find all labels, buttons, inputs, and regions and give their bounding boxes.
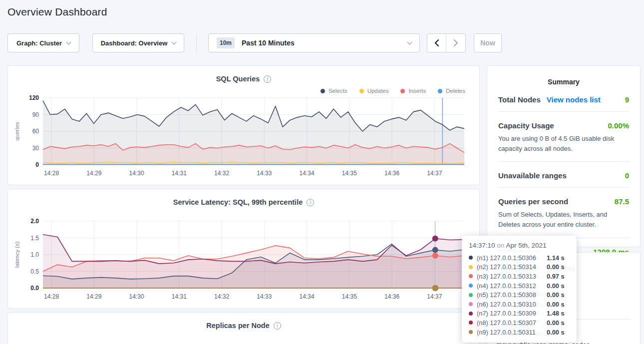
svg-text:latency (s): latency (s) <box>14 241 20 268</box>
unavailable-ranges-metric: Unavailable ranges 0 <box>498 162 629 188</box>
svg-text:1.0: 1.0 <box>30 251 39 258</box>
svg-text:14:30: 14:30 <box>129 293 144 300</box>
svg-text:14:28: 14:28 <box>44 293 59 300</box>
node-address: (n7) 127.0.0.1:50309 <box>477 310 536 317</box>
svg-text:14:32: 14:32 <box>214 293 229 300</box>
node-latency-value: 0.00 s <box>547 291 570 299</box>
tooltip-node-row: (n7) 127.0.0.1:503091.48 s <box>469 309 570 319</box>
chevron-down-icon <box>172 39 177 44</box>
node-latency-value: 0.00 s <box>547 282 570 290</box>
controls-divider <box>196 33 197 52</box>
unavailable-ranges-label: Unavailable ranges <box>498 171 567 180</box>
service-latency-card: Service Latency: SQL, 99th percentile i … <box>7 189 480 309</box>
svg-text:14:37: 14:37 <box>427 293 442 300</box>
svg-text:2.0: 2.0 <box>30 218 39 225</box>
time-range-badge: 10m <box>217 37 235 48</box>
chevron-down-icon <box>66 39 71 44</box>
svg-text:14:30: 14:30 <box>129 170 144 177</box>
node-address: (n8) 127.0.0.1:50307 <box>477 319 536 327</box>
svg-text:14:35: 14:35 <box>342 293 357 300</box>
summary-panel: Summary Total Nodes View nodes list 9 Ca… <box>487 65 641 247</box>
node-address: (n3) 127.0.0.1:50313 <box>477 273 536 280</box>
node-address: (n4) 127.0.0.1:50312 <box>477 282 536 290</box>
dashboard-dropdown[interactable]: Dashboard: Overview <box>92 33 184 52</box>
node-latency-value: 0.97 s <box>547 273 570 280</box>
graph-dropdown-label: Graph: Cluster <box>16 39 62 47</box>
tooltip-node-row: (n9) 127.0.0.1:503110.00 s <box>469 328 570 337</box>
svg-text:14:31: 14:31 <box>172 170 187 177</box>
svg-text:14:32: 14:32 <box>214 170 229 177</box>
queries-per-second-value: 87.5 <box>615 197 629 206</box>
now-button[interactable]: Now <box>474 33 502 52</box>
svg-text:14:33: 14:33 <box>257 170 272 177</box>
svg-text:14:31: 14:31 <box>172 293 187 300</box>
node-color-dot-icon <box>469 265 473 269</box>
total-nodes-label: Total Nodes <box>498 95 541 104</box>
chevron-left-icon <box>434 39 440 46</box>
svg-text:1.5: 1.5 <box>30 235 39 242</box>
node-color-dot-icon <box>469 302 473 306</box>
dashboard-controls: Graph: Cluster Dashboard: Overview 10m P… <box>7 33 502 52</box>
total-nodes-value: 9 <box>625 95 629 104</box>
svg-text:0.0: 0.0 <box>30 285 39 292</box>
chevron-right-icon <box>453 39 459 46</box>
chart-hover-tooltip: 14:37:10 on Apr 5th, 2021 (n1) 127.0.0.1… <box>462 236 577 343</box>
tooltip-node-row: (n4) 127.0.0.1:503120.00 s <box>469 281 570 291</box>
dashboard-dropdown-label: Dashboard: Overview <box>101 39 168 47</box>
capacity-usage-description: You are using 0 B of 4.5 GiB usable disk… <box>498 134 629 154</box>
now-button-label: Now <box>480 39 495 47</box>
svg-text:14:36: 14:36 <box>384 170 399 177</box>
time-range-label: Past 10 Minutes <box>242 39 295 47</box>
node-color-dot-icon <box>469 284 473 288</box>
tooltip-node-row: (n3) 127.0.0.1:503130.97 s <box>469 272 570 281</box>
info-icon[interactable]: i <box>274 322 281 330</box>
info-icon[interactable]: i <box>264 75 271 83</box>
svg-text:14:34: 14:34 <box>300 293 315 300</box>
queries-per-second-label: Queries per second <box>498 197 568 206</box>
time-step-buttons <box>427 33 466 52</box>
node-color-dot-icon <box>469 274 473 278</box>
chart-title-text: SQL Queries <box>216 75 260 83</box>
svg-text:0.5: 0.5 <box>30 268 39 275</box>
node-address: (n5) 127.0.0.1:50308 <box>477 291 536 299</box>
chart-title-text: Replicas per Node <box>206 322 270 330</box>
svg-text:14:36: 14:36 <box>384 293 399 300</box>
svg-text:14:37: 14:37 <box>427 170 442 177</box>
svg-text:14:28: 14:28 <box>44 170 59 177</box>
sql-queries-chart[interactable]: 14:2814:2914:3014:3114:3214:3314:3414:35… <box>12 93 476 179</box>
graph-dropdown[interactable]: Graph: Cluster <box>7 33 79 52</box>
service-latency-title: Service Latency: SQL, 99th percentile i <box>8 198 479 206</box>
svg-text:14:29: 14:29 <box>86 293 101 300</box>
svg-text:14:35: 14:35 <box>342 170 357 177</box>
sql-queries-card: SQL Queries i SelectsUpdatesInsertsDelet… <box>7 65 480 185</box>
queries-per-second-description: Sum of Selects, Updates, Inserts, and De… <box>498 210 629 230</box>
node-address: (n6) 127.0.0.1:50310 <box>477 301 536 308</box>
svg-text:0: 0 <box>35 161 39 168</box>
queries-per-second-metric: Queries per second 87.5 Sum of Selects, … <box>498 188 629 238</box>
svg-text:14:34: 14:34 <box>300 170 315 177</box>
unavailable-ranges-value: 0 <box>625 171 629 180</box>
svg-text:14:29: 14:29 <box>86 170 101 177</box>
node-latency-value: 0.00 s <box>547 301 570 308</box>
tooltip-node-row: (n1) 127.0.0.1:503061.14 s <box>469 253 570 263</box>
node-address: (n2) 127.0.0.1:50314 <box>477 263 536 271</box>
info-icon[interactable]: i <box>307 199 314 206</box>
service-latency-chart[interactable]: 14:2814:2914:3014:3114:3214:3314:3414:35… <box>12 216 476 302</box>
next-time-button[interactable] <box>446 34 465 52</box>
sql-queries-title: SQL Queries i <box>8 75 479 83</box>
capacity-usage-value: 0.00% <box>608 121 629 130</box>
tooltip-node-row: (n2) 127.0.0.1:503140.00 s <box>469 263 570 272</box>
total-nodes-metric: Total Nodes View nodes list 9 <box>498 86 629 112</box>
capacity-usage-metric: Capacity Usage 0.00% You are using 0 B o… <box>498 112 629 162</box>
time-range-dropdown[interactable]: 10m Past 10 Minutes <box>208 33 420 52</box>
view-nodes-list-link[interactable]: View nodes list <box>547 95 601 104</box>
prev-time-button[interactable] <box>427 34 446 52</box>
tooltip-node-row: (n6) 127.0.0.1:503100.00 s <box>469 300 570 309</box>
page-title: Overview Dashboard <box>7 6 107 18</box>
node-color-dot-icon <box>469 312 473 316</box>
replicas-per-node-card: Replicas per Node i <box>7 312 480 344</box>
node-latency-value: 1.48 s <box>547 310 570 317</box>
node-color-dot-icon <box>469 293 473 297</box>
tooltip-timestamp: 14:37:10 on Apr 5th, 2021 <box>469 242 570 249</box>
replicas-per-node-title: Replicas per Node i <box>8 322 479 330</box>
